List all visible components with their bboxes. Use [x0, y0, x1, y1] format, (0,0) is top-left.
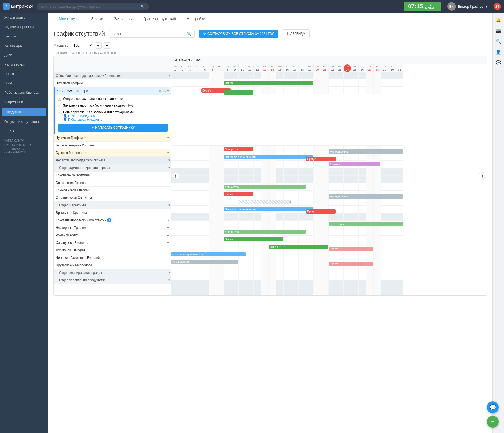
absence-bar-business-trip[interactable]: Командировка: [329, 194, 403, 199]
schedule-search-input[interactable]: [113, 32, 185, 36]
absence-bar-vacation[interactable]: Отпуск: [224, 237, 283, 241]
absence-bar-additional[interactable]: Доп. отпуск: [329, 222, 403, 226]
emp-row-5[interactable]: Буряков Мстислав ⚠ ▾: [54, 149, 171, 157]
configure-menu-link[interactable]: НАСТРОИТЬ МЕНЮ: [4, 143, 44, 146]
search-bar[interactable]: 🔍: [37, 3, 149, 10]
absence-bar-vacation[interactable]: [224, 90, 253, 95]
sidebar-item-lenta[interactable]: Живая лента: [0, 13, 48, 22]
sidebar-more[interactable]: Ещё ▾: [0, 126, 48, 136]
message-employee-button[interactable]: ✉ НАПИСАТЬ СОТРУДНИКУ: [58, 124, 168, 132]
tab-applications[interactable]: Заявления: [109, 13, 138, 25]
emp-row-6[interactable]: Конопатенко Людмила: [54, 172, 171, 179]
cal-cell-r22-d15: [284, 288, 291, 295]
cal-cell-r5-d12: [261, 161, 269, 168]
search-box[interactable]: 🔍: [109, 30, 195, 38]
emp-row-15[interactable]: Фурманов Никодим: [54, 246, 171, 254]
camera-icon-button[interactable]: 📷: [494, 26, 503, 35]
start-button[interactable]: ▶ НАЧАТЬ: [425, 3, 436, 10]
absence-bar-illness[interactable]: Болезнь: [329, 162, 380, 166]
chat-circle-button[interactable]: 💬: [487, 401, 499, 413]
absence-bar-maternity[interactable]: Отпуск по беременности: [171, 252, 246, 256]
subdept-row-admin[interactable]: Отдел администрирования продаж ▾: [54, 164, 171, 172]
emp-row-3[interactable]: Чуличков Трофим ⚠ ▾: [54, 134, 171, 142]
emp-row-16[interactable]: Чечеткин-Гармышев Виталий: [54, 254, 171, 261]
sidebar-item-calendar[interactable]: Календарь: [0, 41, 48, 50]
nav-prev-button[interactable]: ❮: [172, 172, 179, 180]
emp-row-1[interactable]: Чуличков Трофим: [54, 79, 171, 87]
emp-row-12[interactable]: Нестеренко Трофим ••: [54, 224, 171, 231]
tab-requests[interactable]: Заявки: [86, 13, 109, 25]
sitemap-link[interactable]: КАРТА САЙТА: [4, 139, 44, 142]
absence-bar-truancy[interactable]: Просрочка: [224, 147, 253, 151]
emp-row-13[interactable]: Романов Артур ••: [54, 231, 171, 239]
scale-select[interactable]: Год Месяц Неделя: [71, 42, 93, 49]
absence-bar-additional[interactable]: Доп. отпуск: [224, 230, 306, 234]
dept-row-golitsino[interactable]: Обособленное подразделение «Голицыно» ▾: [54, 72, 171, 79]
sidebar-item-tasks[interactable]: Задачи и Проекты: [0, 22, 48, 32]
sidebar-item-vacations[interactable]: Отпуска и отсутствия: [0, 117, 48, 126]
sidebar-item-chat[interactable]: Чат и звонки: [0, 60, 48, 69]
zoom-in-button[interactable]: +: [95, 42, 102, 49]
warn-item-2: ⚠ Заявление на отпуск (оригинал) не сдан…: [58, 104, 168, 108]
absence-bar-maternity[interactable]: Отпуск по беременности: [224, 155, 313, 159]
tab-my-vacations[interactable]: Мои отпуска: [53, 13, 86, 25]
search-input[interactable]: [41, 5, 138, 9]
absence-bar-maternity[interactable]: Отпуск по беременности: [224, 207, 313, 211]
absence-bar-business-trip[interactable]: Командировка: [171, 260, 238, 264]
emp-row-8[interactable]: Крыжовников Николай: [54, 187, 171, 194]
emp-row-7[interactable]: Биржевских Ярослав: [54, 179, 171, 187]
sidebar-item-groups[interactable]: Группы: [0, 32, 48, 41]
page-content: График отсутствий 🔍 ↻ СОГЛАСОВАТЬ ВСЕ ОТ…: [48, 25, 492, 433]
sidebar-item-robotics[interactable]: Роботизация бизнеса: [0, 88, 48, 97]
emp-row-9[interactable]: Страпольская Светлана: [54, 194, 171, 202]
emp-row-10[interactable]: Брыльская Кристина: [54, 209, 171, 217]
chat-icon-button[interactable]: 💬: [494, 58, 503, 67]
absence-bar-vacation[interactable]: Отпуск: [224, 81, 313, 85]
dept-row-support[interactable]: Департамент поддержки бизнеса ▾: [54, 157, 171, 164]
edit-icon[interactable]: ✏: [159, 89, 162, 93]
tab-absence-schedule[interactable]: График отсутствий: [138, 13, 181, 25]
emp-row-11[interactable]: Константинопольский Константин + ▾: [54, 217, 171, 224]
cal-cell-r11-d23: [344, 206, 351, 213]
notifications-icon-button[interactable]: 🔔: [494, 15, 503, 25]
absence-bar-truancy[interactable]: Прогул: [306, 157, 336, 161]
tab-settings[interactable]: Настройки: [181, 13, 210, 25]
absence-bar-without-pay[interactable]: Без з/п: [329, 262, 373, 266]
sidebar-item-support[interactable]: Поддержка: [2, 108, 46, 116]
cal-cell-r1-d22: [336, 79, 344, 87]
absence-bar-unpaid[interactable]: Без з/п: [224, 192, 253, 196]
profile-icon-button[interactable]: 👤: [494, 47, 503, 57]
cal-cell-r3-d0: [171, 146, 179, 153]
sidebar-item-mail[interactable]: Почта: [0, 69, 48, 78]
cal-cell-r10-d22: [336, 198, 344, 206]
search-icon-button[interactable]: 🔍: [494, 36, 503, 46]
emp-row-4[interactable]: Букова-Тетерина Изольда: [54, 142, 171, 149]
legend-button[interactable]: ℹ ЛЕГЕНДА: [283, 29, 309, 38]
absence-bar-hatch[interactable]: [239, 200, 291, 204]
user-menu[interactable]: ВК Виктор Краснов ▾: [444, 2, 491, 11]
absence-bar-additional[interactable]: Доп. отпуск: [224, 185, 306, 189]
help-button[interactable]: 14: [494, 3, 501, 10]
absence-bar-business-trip[interactable]: Командировка: [329, 149, 403, 154]
emp-row-17[interactable]: Прутковских Милослава: [54, 261, 171, 269]
chevron-down-icon: ▾: [168, 166, 170, 169]
sidebar-item-crm[interactable]: CRM: [0, 78, 48, 88]
conflict-link-1[interactable]: 👤 Нечаев Владислав: [63, 114, 134, 118]
sidebar-item-employees[interactable]: Сотрудники: [0, 97, 48, 107]
absence-bar-vacation[interactable]: Отпуск: [269, 245, 328, 249]
conflict-link-2[interactable]: 👤 Рубальцева Николетта: [63, 118, 134, 121]
cal-cell-r6-d30: [396, 168, 403, 176]
emp-row-14[interactable]: Хачапурова Виолетта ••: [54, 239, 171, 246]
sidebar-item-disk[interactable]: Диск: [0, 50, 48, 60]
absence-bar-truancy[interactable]: Прогул: [306, 209, 336, 214]
absence-bar-without-pay[interactable]: Без з/п: [329, 247, 373, 251]
agree-all-button[interactable]: ↻ СОГЛАСОВАТЬ ВСЕ ОТПУСКА ЗА 2021 ГОД: [199, 30, 278, 38]
subdept-row-planning[interactable]: Отдел планирования продаж ▾: [54, 269, 171, 276]
emp-row-korneyuk[interactable]: Корнейчук Варвара ✏ ⚠ ▾ ⚠ Отпуска не: [54, 87, 171, 134]
zoom-out-button[interactable]: −: [104, 42, 110, 49]
subdept-row-products[interactable]: Отдел управления продуктами ▾: [54, 276, 171, 284]
nav-next-button[interactable]: ❯: [479, 172, 486, 180]
subdept-row-marketing[interactable]: Отдел маркетинга ▾: [54, 202, 171, 209]
invite-link[interactable]: ПРИГЛАСИТЬ СОТРУДНИКОВ: [4, 147, 44, 154]
add-circle-button[interactable]: +: [487, 416, 499, 428]
